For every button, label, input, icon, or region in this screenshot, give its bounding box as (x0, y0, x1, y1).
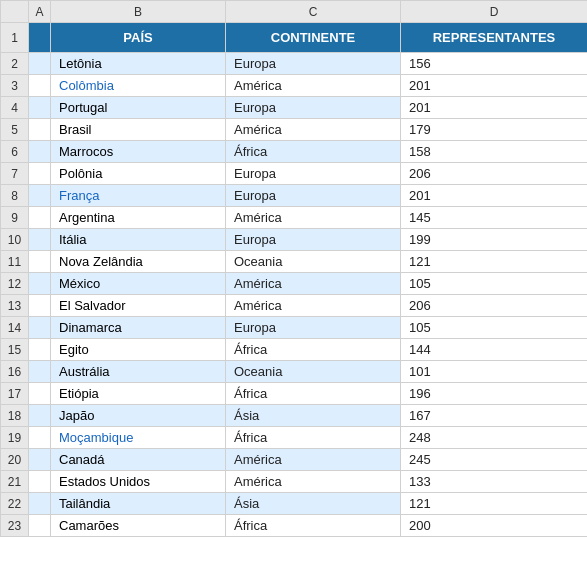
row-num-4: 4 (1, 97, 29, 119)
cell-pais[interactable]: Colômbia (51, 75, 226, 97)
row-num-2: 2 (1, 53, 29, 75)
cell-pais[interactable]: Canadá (51, 449, 226, 471)
cell-representantes: 201 (401, 97, 588, 119)
cell-pais[interactable]: Nova Zelândia (51, 251, 226, 273)
cell-representantes: 105 (401, 317, 588, 339)
cell-representantes: 144 (401, 339, 588, 361)
table-row: 10ItáliaEuropa199 (1, 229, 588, 251)
cell-a (29, 339, 51, 361)
row-num-17: 17 (1, 383, 29, 405)
column-header-row: A B C D (1, 1, 588, 23)
table-row: 7PolôniaEuropa206 (1, 163, 588, 185)
cell-pais[interactable]: Polônia (51, 163, 226, 185)
col-header-d[interactable]: D (401, 1, 588, 23)
cell-a (29, 273, 51, 295)
cell-a (29, 317, 51, 339)
cell-pais[interactable]: França (51, 185, 226, 207)
table-row: 22TailândiaÁsia121 (1, 493, 588, 515)
cell-representantes: 158 (401, 141, 588, 163)
cell-pais[interactable]: Argentina (51, 207, 226, 229)
cell-a (29, 427, 51, 449)
cell-continente: África (226, 427, 401, 449)
cell-pais[interactable]: Itália (51, 229, 226, 251)
cell-a (29, 207, 51, 229)
cell-a (29, 163, 51, 185)
cell-continente: Europa (226, 185, 401, 207)
cell-pais[interactable]: México (51, 273, 226, 295)
row-num-16: 16 (1, 361, 29, 383)
cell-pais[interactable]: Brasil (51, 119, 226, 141)
header-representantes: REPRESENTANTES (401, 23, 588, 53)
row-num-7: 7 (1, 163, 29, 185)
spreadsheet: A B C D 1 PAÍS CONTINENTE REPRESENTANTES… (0, 0, 587, 537)
row-num-19: 19 (1, 427, 29, 449)
cell-representantes: 206 (401, 295, 588, 317)
cell-representantes: 199 (401, 229, 588, 251)
table-row: 23CamarõesÁfrica200 (1, 515, 588, 537)
row-num-5: 5 (1, 119, 29, 141)
cell-pais[interactable]: Moçambique (51, 427, 226, 449)
table-row: 15EgitoÁfrica144 (1, 339, 588, 361)
cell-a (29, 119, 51, 141)
cell-representantes: 145 (401, 207, 588, 229)
cell-pais[interactable]: Portugal (51, 97, 226, 119)
col-header-c[interactable]: C (226, 1, 401, 23)
cell-pais[interactable]: Letônia (51, 53, 226, 75)
table-row: 2LetôniaEuropa156 (1, 53, 588, 75)
cell-continente: América (226, 273, 401, 295)
cell-a (29, 53, 51, 75)
cell-a (29, 383, 51, 405)
header-continente: CONTINENTE (226, 23, 401, 53)
cell-pais[interactable]: Estados Unidos (51, 471, 226, 493)
corner-header (1, 1, 29, 23)
cell-representantes: 245 (401, 449, 588, 471)
cell-pais[interactable]: Tailândia (51, 493, 226, 515)
row-num-12: 12 (1, 273, 29, 295)
table-row: 16AustráliaOceania101 (1, 361, 588, 383)
cell-pais[interactable]: Japão (51, 405, 226, 427)
cell-continente: Europa (226, 97, 401, 119)
table-row: 21Estados UnidosAmérica133 (1, 471, 588, 493)
cell-continente: África (226, 383, 401, 405)
cell-representantes: 105 (401, 273, 588, 295)
cell-continente: Ásia (226, 405, 401, 427)
cell-a (29, 251, 51, 273)
cell-continente: Europa (226, 229, 401, 251)
table-row: 9ArgentinaAmérica145 (1, 207, 588, 229)
cell-pais[interactable]: Egito (51, 339, 226, 361)
cell-representantes: 196 (401, 383, 588, 405)
table-row: 19MoçambiqueÁfrica248 (1, 427, 588, 449)
table-row: 20CanadáAmérica245 (1, 449, 588, 471)
cell-pais[interactable]: Marrocos (51, 141, 226, 163)
row-num-14: 14 (1, 317, 29, 339)
cell-a (29, 493, 51, 515)
table-row: 3ColômbiaAmérica201 (1, 75, 588, 97)
cell-continente: África (226, 141, 401, 163)
cell-pais[interactable]: Austrália (51, 361, 226, 383)
col-header-a[interactable]: A (29, 1, 51, 23)
header-pais: PAÍS (51, 23, 226, 53)
cell-representantes: 101 (401, 361, 588, 383)
row-num-20: 20 (1, 449, 29, 471)
cell-continente: África (226, 515, 401, 537)
row-num-10: 10 (1, 229, 29, 251)
cell-pais[interactable]: El Salvador (51, 295, 226, 317)
cell-representantes: 201 (401, 185, 588, 207)
cell-pais[interactable]: Camarões (51, 515, 226, 537)
cell-pais[interactable]: Etiópia (51, 383, 226, 405)
cell-continente: Europa (226, 53, 401, 75)
table-row: 17EtiópiaÁfrica196 (1, 383, 588, 405)
cell-continente: Oceania (226, 251, 401, 273)
col-header-b[interactable]: B (51, 1, 226, 23)
cell-representantes: 133 (401, 471, 588, 493)
row-num-3: 3 (1, 75, 29, 97)
cell-a (29, 75, 51, 97)
cell-a (29, 449, 51, 471)
cell-continente: América (226, 295, 401, 317)
row-num-18: 18 (1, 405, 29, 427)
row-num-6: 6 (1, 141, 29, 163)
table-row: 6MarrocosÁfrica158 (1, 141, 588, 163)
table-row: 4PortugalEuropa201 (1, 97, 588, 119)
cell-pais[interactable]: Dinamarca (51, 317, 226, 339)
row-num-23: 23 (1, 515, 29, 537)
